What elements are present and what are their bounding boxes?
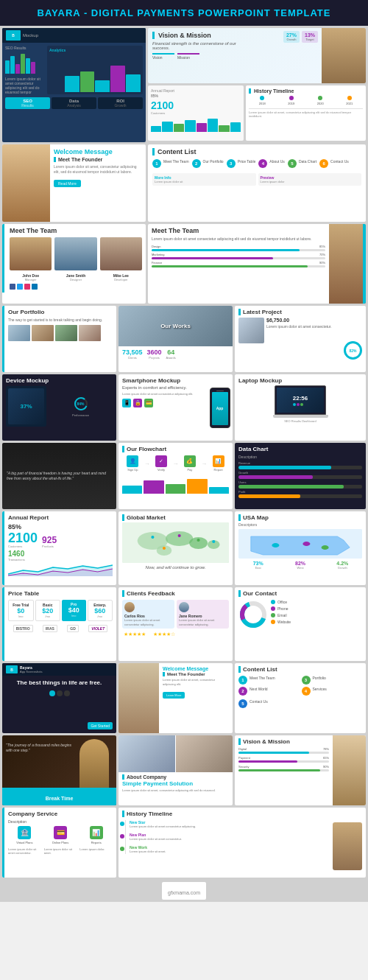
team-member-2-photo	[54, 237, 96, 270]
seo-mockup-slide: B Mockup SEO Results	[2, 28, 146, 142]
history-mini-title: History Timeline	[249, 88, 363, 94]
content2-text-5: Contact Us	[250, 699, 268, 704]
works-stat3: 64	[166, 349, 176, 356]
works-stat2: 3600	[147, 349, 162, 356]
content-text-3: Price Table	[238, 159, 256, 164]
feedback-avatar-2	[179, 602, 189, 612]
annual-big-num3: 1460	[8, 550, 113, 558]
meet-team-left-slide: Meet The Team John Doe Manager	[2, 224, 146, 304]
hero-row: B Mockup SEO Results	[0, 26, 368, 144]
team-member-1-photo	[10, 237, 52, 270]
content-list-2-title: Content List	[238, 666, 362, 673]
data-chart-slide: Data Chart Description Revenue Growth	[235, 443, 366, 509]
flow-step1: Sign Up	[122, 468, 144, 472]
chart-cat4: Profit	[238, 490, 362, 494]
welcome-2-btn[interactable]: Learn More	[163, 692, 185, 699]
history-year2: 2019	[278, 102, 305, 105]
content-list-2-slide: Content List 1 Meet The Team 2 Next Worl…	[235, 663, 366, 733]
mission-label: Mission	[177, 55, 190, 60]
vis-num1: 27%	[286, 32, 297, 38]
contact-icon-phone	[271, 606, 275, 611]
portfolio-text: The way to get started is to break talki…	[8, 318, 113, 323]
company-history-row: Company Service Description 🏦 Virtual Pl…	[0, 808, 368, 880]
content2-num-3: 3	[302, 676, 311, 685]
meet-team-row: Meet The Team John Doe Manager	[0, 224, 368, 306]
content2-item-4: 4 Services	[302, 687, 363, 696]
vm-pct-1: 78%	[323, 747, 329, 751]
about-img-1	[118, 735, 175, 772]
contact-title: Our Contact	[238, 590, 362, 597]
portfolio-img-2	[32, 325, 54, 341]
bayara-cta: Get Started	[88, 722, 113, 729]
smartphone-desc: Lorem ipsum dolor sit amet consectetur a…	[122, 392, 203, 396]
service-name-1: Virtual Plans	[8, 841, 41, 844]
device-sub: Performance	[49, 413, 113, 417]
content-text-6: Contact Us	[330, 159, 349, 164]
welcome-founder: Meet The Founder	[54, 157, 142, 162]
portfolio-img-4	[79, 325, 101, 341]
works-label2: Projects	[147, 356, 162, 360]
break-about-vision-row: "The journey of a thousand miles begins …	[0, 735, 368, 808]
chart-label: Analytics	[49, 48, 141, 52]
page-header: BAYARA - DIGITAL PAYMENTS POWERPOINT TEM…	[0, 0, 368, 26]
svg-point-13	[163, 547, 166, 550]
vision-label: Vision	[152, 55, 163, 60]
about-text: Lorem ipsum dolor sit amet, consectetur …	[122, 788, 229, 793]
skill-label-1: Design	[152, 245, 160, 248]
seo-label: Mockup	[23, 33, 38, 38]
vis-label2: Target	[305, 38, 315, 41]
flowchart-title: Our Flowchart	[122, 446, 229, 452]
price-plan-3-period: /mo	[63, 614, 85, 617]
content-item-1: 1 Meet The Team	[152, 159, 189, 168]
bottom-bar: gfxmama.com	[0, 880, 368, 902]
service-item-2: 💳 Online Plans	[44, 826, 77, 844]
portfolio-img-1	[8, 325, 30, 341]
seo-desc1: Results	[7, 103, 49, 108]
skill-pct-3: 90%	[319, 261, 325, 265]
break-time-slide: "The journey of a thousand miles begins …	[2, 735, 116, 805]
svg-point-17	[302, 542, 310, 546]
feedback-card-1: Carlos Rios Lorem ipsum dolor sit amet c…	[122, 600, 174, 629]
bayara-tagline: App Screenshots	[20, 670, 42, 673]
contact-icon-website	[271, 620, 275, 624]
content2-item-3: 3 Portfolio	[302, 676, 363, 685]
content2-num-5: 5	[238, 699, 247, 708]
content-num-3: 3	[227, 159, 236, 168]
history-2-person	[333, 822, 362, 870]
flow-step3: Pay	[180, 468, 201, 472]
team-member-3-photo	[100, 237, 142, 270]
global-subtitle: Now, and will continue to grow.	[122, 565, 229, 570]
welcome-slide: Welcome Message Meet The Founder Lorem i…	[2, 144, 146, 222]
data-chart-title: Data Chart	[238, 446, 362, 452]
company-service-slide: Company Service Description 🏦 Virtual Pl…	[2, 808, 116, 878]
brand-1: BISTRO	[13, 625, 33, 632]
vision-stats-row: 27% Growth 13% Target	[283, 31, 318, 43]
latest-desc: Lorem ipsum dolor sit amet consectetur.	[266, 324, 362, 329]
annual-report-slide: Annual Report 85% 2100 Customers 925 Pro…	[2, 511, 116, 585]
price-plan-2: Basic $20 /mo	[35, 600, 61, 621]
price-plan-3-price: $40	[63, 606, 85, 614]
latest-project-slide: Latest Project $6,750.00 Lorem ipsum dol…	[235, 306, 366, 372]
svg-point-11	[178, 534, 181, 537]
annual-pct-label: 85%	[8, 523, 113, 531]
content2-text-1: Meet The Team	[250, 676, 275, 680]
quote-flowchart-row: "A big part of financial freedom is havi…	[0, 443, 368, 511]
portfolio-works-row: Our Portfolio The way to get started is …	[0, 306, 368, 374]
works-label1: Clients	[122, 356, 143, 360]
laptop-mockup-slide: Laptop Mockup 22:56	[235, 374, 366, 441]
content-extra2-text: Lorem ipsum dolor	[261, 180, 360, 183]
timeline-desc-3: Lorem ipsum dolor sit amet.	[130, 850, 166, 853]
our-portfolio-slide: Our Portfolio The way to get started is …	[2, 306, 116, 372]
seo-desc3: Growth	[99, 103, 141, 108]
welcome-button[interactable]: Read More	[54, 180, 81, 187]
content-item-5: 5 Data Chart	[288, 159, 316, 168]
annual-pct: 85%	[151, 94, 241, 98]
smartphone-icon-2: 🔒	[133, 399, 142, 407]
quote-slide: "A big part of financial freedom is havi…	[2, 443, 116, 509]
annual-report-mini-slide: Annual Report 85% 2100 Customers	[148, 85, 244, 141]
works-image: Our Works	[118, 306, 233, 346]
phone-visual: App	[207, 374, 233, 441]
content2-text-2: Next World	[250, 687, 268, 691]
stars-2: ★★★★☆	[153, 631, 175, 637]
price-plan-2-period: /mo	[37, 615, 60, 618]
